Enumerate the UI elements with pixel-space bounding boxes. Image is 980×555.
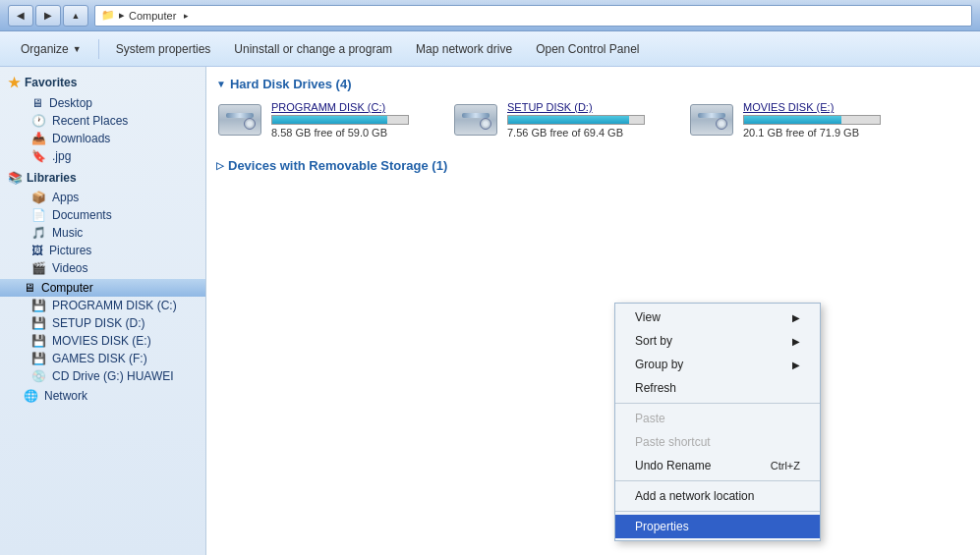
ctx-properties-label: Properties [635, 520, 689, 533]
map-drive-button[interactable]: Map network drive [405, 35, 523, 63]
title-bar: ◀ ▶ ▲ 📁 ▸ Computer ▸ [0, 0, 980, 31]
disk-item-c[interactable]: PROGRAMM DISK (C:) 8.58 GB free of 59.0 … [216, 101, 432, 139]
sidebar-item-disk-e[interactable]: 💾 MOVIES DISK (E:) [0, 332, 205, 350]
ctx-item-group-by[interactable]: Group by ▶ [615, 353, 820, 376]
disk-bar-bg-e [743, 115, 881, 125]
cd-icon: 💿 [31, 369, 46, 383]
hard-disk-section-title: Hard Disk Drives (4) [230, 77, 352, 91]
jpg-label: .jpg [52, 149, 71, 163]
recent-label: Recent Places [52, 114, 128, 128]
ctx-item-refresh[interactable]: Refresh [615, 376, 820, 400]
ctx-separator-2 [615, 480, 820, 481]
ctx-undo-label: Undo Rename [635, 459, 711, 472]
recent-icon: 🕐 [31, 114, 46, 128]
computer-label: Computer [41, 281, 93, 295]
desktop-label: Desktop [49, 96, 92, 110]
cd-label: CD Drive (G:) HUAWEI [52, 369, 174, 383]
content-area[interactable]: ▼ Hard Disk Drives (4) PROGRAMM DISK (C:… [206, 67, 980, 555]
network-icon: 🌐 [24, 389, 38, 403]
disk-info-d: SETUP DISK (D:) 7.56 GB free of 69.4 GB [507, 101, 668, 139]
libraries-icon: 📚 [8, 171, 23, 185]
ctx-add-network-label: Add a network location [635, 489, 754, 503]
disk-bar-fill-e [744, 116, 841, 124]
sidebar-item-music[interactable]: 🎵 Music [0, 224, 205, 242]
network-label: Network [44, 389, 87, 403]
disk-item-d[interactable]: SETUP DISK (D:) 7.56 GB free of 69.4 GB [452, 101, 668, 139]
forward-button[interactable]: ▶ [35, 5, 61, 27]
ctx-item-sort-by[interactable]: Sort by ▶ [615, 329, 820, 353]
removable-section-title: Devices with Removable Storage (1) [228, 158, 447, 173]
disk-f-icon: 💾 [31, 352, 46, 365]
sidebar-item-network[interactable]: 🌐 Network [0, 387, 205, 405]
sidebar-item-videos[interactable]: 🎬 Videos [0, 259, 205, 277]
downloads-icon: 📥 [31, 132, 46, 145]
organize-chevron: ▼ [73, 44, 82, 54]
videos-label: Videos [52, 261, 87, 275]
hdd-visual-e [690, 104, 733, 136]
ctx-separator-3 [615, 511, 820, 512]
disk-bar-fill-c [272, 116, 387, 124]
disk-size-c: 8.58 GB free of 59.0 GB [271, 127, 432, 139]
back-button[interactable]: ◀ [8, 5, 33, 27]
sidebar-item-downloads[interactable]: 📥 Downloads [0, 130, 205, 147]
music-label: Music [52, 226, 83, 240]
main-layout: ★ Favorites 🖥 Desktop 🕐 Recent Places 📥 … [0, 67, 980, 555]
sidebar-item-computer[interactable]: 🖥 Computer [0, 279, 205, 297]
up-button[interactable]: ▲ [63, 5, 88, 27]
sidebar-item-pictures[interactable]: 🖼 Pictures [0, 242, 205, 259]
ctx-item-properties[interactable]: Properties [615, 515, 820, 538]
address-icon: 📁 [101, 9, 115, 22]
disk-name-e: MOVIES DISK (E:) [743, 101, 904, 113]
sidebar: ★ Favorites 🖥 Desktop 🕐 Recent Places 📥 … [0, 67, 206, 555]
desktop-icon: 🖥 [31, 96, 43, 110]
disk-icon-c [216, 102, 263, 138]
address-bar[interactable]: 📁 ▸ Computer ▸ [94, 5, 972, 27]
control-panel-button[interactable]: Open Control Panel [525, 35, 650, 63]
disk-size-e: 20.1 GB free of 71.9 GB [743, 127, 904, 139]
nav-buttons: ◀ ▶ ▲ [8, 5, 88, 27]
removable-section-header[interactable]: ▷ Devices with Removable Storage (1) [216, 158, 970, 173]
ctx-item-add-network[interactable]: Add a network location [615, 484, 820, 508]
disk-bar-bg-c [271, 115, 409, 125]
disk-size-d: 7.56 GB free of 69.4 GB [507, 127, 668, 139]
disk-d-icon: 💾 [31, 316, 46, 330]
libraries-header[interactable]: 📚 Libraries [0, 167, 205, 189]
hard-disk-section-header[interactable]: ▼ Hard Disk Drives (4) [216, 77, 970, 91]
libraries-section: 📚 Libraries 📦 Apps 📄 Documents 🎵 Music 🖼… [0, 167, 205, 277]
favorites-label: Favorites [25, 76, 77, 89]
context-menu: View ▶ Sort by ▶ Group by ▶ Refresh Past… [614, 303, 821, 541]
disk-c-label: PROGRAMM DISK (C:) [52, 299, 177, 312]
removable-arrow: ▷ [216, 160, 224, 171]
uninstall-button[interactable]: Uninstall or change a program [223, 35, 403, 63]
sidebar-item-recent-places[interactable]: 🕐 Recent Places [0, 112, 205, 130]
libraries-label: Libraries [27, 171, 77, 185]
sidebar-item-disk-c[interactable]: 💾 PROGRAMM DISK (C:) [0, 297, 205, 314]
disk-item-e[interactable]: MOVIES DISK (E:) 20.1 GB free of 71.9 GB [688, 101, 904, 139]
downloads-label: Downloads [52, 132, 110, 145]
sidebar-item-documents[interactable]: 📄 Documents [0, 206, 205, 224]
section-arrow: ▼ [216, 79, 226, 89]
ctx-item-view[interactable]: View ▶ [615, 305, 820, 329]
ctx-sort-arrow: ▶ [792, 336, 800, 347]
ctx-view-label: View [635, 310, 661, 324]
ctx-refresh-label: Refresh [635, 381, 676, 395]
sidebar-item-disk-f[interactable]: 💾 GAMES DISK (F:) [0, 350, 205, 367]
apps-icon: 📦 [31, 191, 46, 204]
favorites-header[interactable]: ★ Favorites [0, 71, 205, 94]
hdd-visual-c [218, 104, 261, 136]
sidebar-item-disk-d[interactable]: 💾 SETUP DISK (D:) [0, 314, 205, 332]
documents-icon: 📄 [31, 208, 46, 222]
ctx-view-arrow: ▶ [792, 312, 800, 323]
toolbar: Organize ▼ System properties Uninstall o… [0, 31, 980, 67]
sidebar-item-desktop[interactable]: 🖥 Desktop [0, 94, 205, 112]
disk-c-icon: 💾 [31, 299, 46, 312]
disk-e-label: MOVIES DISK (E:) [52, 334, 151, 348]
organize-button[interactable]: Organize ▼ [10, 35, 92, 63]
network-section: 🌐 Network [0, 387, 205, 405]
disk-info-e: MOVIES DISK (E:) 20.1 GB free of 71.9 GB [743, 101, 904, 139]
sidebar-item-jpg[interactable]: 🔖 .jpg [0, 147, 205, 165]
ctx-item-undo-rename[interactable]: Undo Rename Ctrl+Z [615, 454, 820, 477]
sidebar-item-cd-drive[interactable]: 💿 CD Drive (G:) HUAWEI [0, 367, 205, 385]
sidebar-item-apps[interactable]: 📦 Apps [0, 189, 205, 206]
system-properties-button[interactable]: System properties [105, 35, 222, 63]
